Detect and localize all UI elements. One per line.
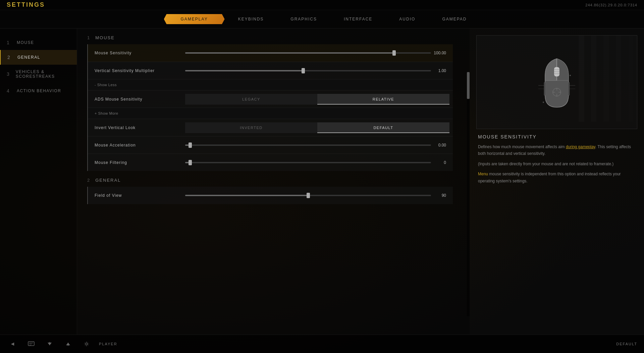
filtering-track[interactable] <box>185 162 431 163</box>
header-coords: 244.86(32).29.0.20.0:7314 <box>585 3 637 7</box>
acceleration-track[interactable] <box>185 144 431 146</box>
page-wrapper: SETTINGS 244.86(32).29.0.20.0:7314 GAMEP… <box>0 0 644 353</box>
sidebar-item-mouse[interactable]: 1 MOUSE <box>0 35 77 50</box>
fov-control: 90 <box>182 193 453 198</box>
sidebar-num-1: 1 <box>7 40 12 45</box>
fov-fill <box>185 195 308 196</box>
filtering-control: 0 <box>182 160 453 165</box>
filtering-value: 0 <box>431 160 449 165</box>
svg-rect-10 <box>544 82 545 96</box>
vertical-sensitivity-slider-container <box>185 70 431 71</box>
invert-label: Invert Vertical Look <box>88 121 182 135</box>
nav-bar: GAMEPLAY KEYBINDS GRAPHICS INTERFACE AUD… <box>0 10 644 28</box>
acceleration-slider-container <box>185 144 431 146</box>
setting-row-vertical-sensitivity: Vertical Sensitivity Multiplier 1.00 <box>88 62 453 79</box>
sensitivity-slider-track[interactable] <box>185 52 431 54</box>
fov-value: 90 <box>431 193 449 198</box>
tab-interface[interactable]: INTERFACE <box>330 14 386 24</box>
invert-toggle-inverted[interactable]: INVERTED <box>185 122 317 133</box>
filtering-slider-container <box>185 162 431 163</box>
down-icon[interactable] <box>44 338 55 350</box>
sidebar-item-action[interactable]: 4 ACTION BEHAVIOR <box>0 83 77 98</box>
acceleration-value: 0.00 <box>431 143 449 148</box>
main-content: 1 MOUSE 2 GENERAL 3 VEHICLES & SCORESTRE… <box>0 28 644 335</box>
section-1-title: MOUSE <box>95 35 115 40</box>
default-label: DEFAULT <box>616 342 637 346</box>
sensitivity-slider-thumb[interactable] <box>392 50 396 56</box>
right-panel: MOUSE SENSITIVITY Defines how much mouse… <box>470 28 644 335</box>
tab-keybinds[interactable]: KEYBINDS <box>225 14 277 24</box>
info-title: MOUSE SENSITIVITY <box>478 134 636 139</box>
acceleration-label: Mouse Acceleration <box>88 138 182 152</box>
invert-toggle-default[interactable]: DEFAULT <box>317 122 449 133</box>
sensitivity-slider-container <box>185 52 431 54</box>
info-panel: MOUSE SENSITIVITY Defines how much mouse… <box>476 134 637 188</box>
vertical-sensitivity-fill <box>185 70 303 71</box>
mouse-svg <box>537 52 577 112</box>
vertical-sensitivity-thumb[interactable] <box>302 68 305 73</box>
setting-row-sensitivity: Mouse Sensitivity 100.00 <box>88 44 453 62</box>
svg-point-18 <box>570 75 571 76</box>
sidebar-num-2: 2 <box>7 55 12 60</box>
vertical-sensitivity-label: Vertical Sensitivity Multiplier <box>88 64 182 78</box>
fov-track[interactable] <box>185 195 431 196</box>
tab-gameplay[interactable]: GAMEPLAY <box>164 14 225 24</box>
section-mouse: 1 MOUSE Mouse Sensitivity <box>77 35 470 171</box>
invert-control: INVERTED DEFAULT <box>182 122 453 133</box>
scroll-thumb[interactable] <box>467 72 470 99</box>
app-title: SETTINGS <box>7 1 45 8</box>
info-paragraph-2: (Inputs are taken directly from your mou… <box>478 161 636 167</box>
sensitivity-label: Mouse Sensitivity <box>88 46 182 60</box>
scrollbar[interactable] <box>467 72 470 316</box>
sidebar-label-vehicles: VEHICLES & SCORESTREAKS <box>16 69 70 79</box>
show-more-button[interactable]: + Show More <box>88 108 453 119</box>
sidebar-num-3: 3 <box>7 71 11 77</box>
ads-toggle-legacy[interactable]: LEGACY <box>185 94 317 105</box>
sidebar-label-mouse: MOUSE <box>17 40 34 45</box>
tab-graphics[interactable]: GRAPHICS <box>277 14 330 24</box>
ads-toggle-relative[interactable]: RELATIVE <box>317 94 449 105</box>
info-paragraph-1: Defines how much mouse movement affects … <box>478 143 636 157</box>
fov-slider-container <box>185 195 431 196</box>
vertical-sensitivity-track[interactable] <box>185 70 431 71</box>
vertical-sensitivity-value: 1.00 <box>431 68 449 73</box>
tab-gamepad[interactable]: GAMEPAD <box>429 14 480 24</box>
section-2-num: 2 <box>87 178 90 183</box>
up-icon[interactable] <box>62 338 74 350</box>
sidebar-label-general: GENERAL <box>17 55 40 60</box>
section-general-header: 2 GENERAL <box>77 178 463 187</box>
back-icon[interactable]: ◄ <box>7 338 18 350</box>
svg-rect-11 <box>568 82 570 96</box>
fov-label: Field of View <box>88 188 182 202</box>
section-1-num: 1 <box>87 35 90 40</box>
setting-row-invert: Invert Vertical Look INVERTED DEFAULT <box>88 119 453 136</box>
sidebar-item-vehicles[interactable]: 3 VEHICLES & SCORESTREAKS <box>0 65 77 83</box>
show-less-button[interactable]: - Show Less <box>88 79 453 90</box>
sidebar: 1 MOUSE 2 GENERAL 3 VEHICLES & SCORESTRE… <box>0 28 77 335</box>
ads-label: ADS Mouse Sensitivity <box>88 92 182 106</box>
tab-audio[interactable]: AUDIO <box>386 14 429 24</box>
fov-thumb[interactable] <box>307 193 310 198</box>
info-highlight-menu: Menu <box>478 172 488 176</box>
mouse-image <box>476 35 637 129</box>
invert-toggle: INVERTED DEFAULT <box>185 122 449 133</box>
chat-icon[interactable] <box>25 338 37 350</box>
gear-icon[interactable] <box>80 338 92 350</box>
filtering-label: Mouse Filtering <box>88 156 182 170</box>
setting-row-acceleration: Mouse Acceleration 0.00 <box>88 136 453 154</box>
filtering-thumb[interactable] <box>189 160 192 165</box>
sidebar-item-general[interactable]: 2 GENERAL <box>0 50 77 65</box>
svg-point-30 <box>86 343 88 345</box>
section-general: 2 GENERAL Field of View <box>77 178 470 204</box>
settings-panel[interactable]: 1 MOUSE Mouse Sensitivity <box>77 28 470 335</box>
info-highlight-gameplay: during gameplay <box>566 144 595 149</box>
svg-rect-23 <box>28 342 34 346</box>
header: SETTINGS 244.86(32).29.0.20.0:7314 <box>0 0 644 10</box>
sensitivity-slider-fill <box>185 52 394 54</box>
player-label: PLAYER <box>99 342 117 346</box>
section-2-title: GENERAL <box>95 178 121 183</box>
sensitivity-control: 100.00 <box>182 51 453 55</box>
info-paragraph-3: Menu mouse sensitivity is independent fr… <box>478 171 636 184</box>
sidebar-num-4: 4 <box>7 88 12 94</box>
acceleration-thumb[interactable] <box>189 142 192 148</box>
